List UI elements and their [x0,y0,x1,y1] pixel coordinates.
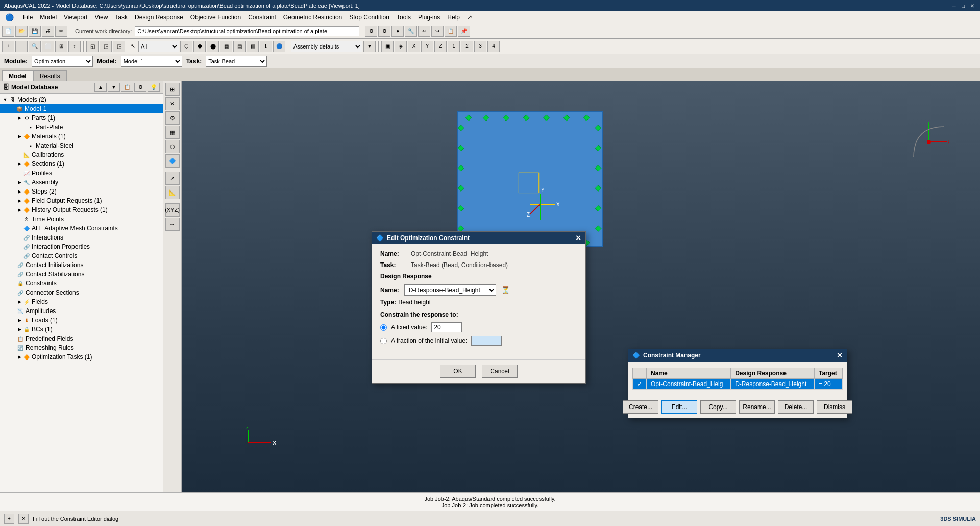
view-btn2[interactable]: ◳ [100,41,112,52]
new-button[interactable]: 📄 [2,26,14,37]
menu-model[interactable]: Model [37,13,60,22]
expand-assembly[interactable]: ▶ [16,179,22,185]
vp-btn-5[interactable]: ⬡ [165,140,180,153]
module-select[interactable]: Optimization [32,56,93,67]
menu-tools[interactable]: Tools [394,13,414,22]
tree-ale[interactable]: 🔷 ALE Adaptive Mesh Constraints [0,224,163,233]
cancel-button[interactable]: Cancel [482,365,518,378]
status-expand-btn[interactable]: + [4,514,14,524]
tree-info-btn[interactable]: 💡 [148,83,160,92]
expand-models[interactable]: ▼ [2,97,8,103]
tree-history-output[interactable]: ▶ 🔶 History Output Requests (1) [0,205,163,214]
status-cancel-btn[interactable]: ✕ [18,514,29,524]
menu-arrow[interactable]: ↗ [464,13,475,22]
view-btn3[interactable]: ◲ [113,41,125,52]
expand-model1[interactable] [9,106,15,112]
cwd-input[interactable] [135,26,359,36]
task-select[interactable]: Task-Bead [206,56,267,67]
tree-calibrations[interactable]: 📐 Calibrations [0,150,163,159]
filter-btn1[interactable]: ⬡ [180,41,192,52]
render-btn1[interactable]: ▣ [381,41,394,52]
settings-btn2[interactable]: ⚙ [378,26,390,37]
tree-fields[interactable]: ▶ ⚡ Fields [0,297,163,306]
tree-optimization-tasks[interactable]: ▶ 🔶 Optimization Tasks (1) [0,352,163,362]
tree-remeshing-rules[interactable]: 🔄 Remeshing Rules [0,343,163,352]
filter-btn7[interactable]: ℹ [260,41,272,52]
expand-ale[interactable] [16,225,22,231]
vp-btn-6[interactable]: 🔷 [165,154,180,168]
zoom-box-btn[interactable]: ⬜ [42,41,54,52]
render-btn2[interactable]: ◈ [395,41,407,52]
vp-btn-4[interactable]: ▦ [165,126,180,139]
print-button[interactable]: 🖨 [42,26,54,37]
tree-sections[interactable]: ▶ 🔶 Sections (1) [0,159,163,169]
cm-create-button[interactable]: Create... [623,400,658,414]
tree-contact-stab[interactable]: 🔗 Contact Stabilizations [0,270,163,279]
open-button[interactable]: 📂 [15,26,28,37]
tree-model1[interactable]: 📦 Model-1 [0,104,163,113]
expand-materials[interactable]: ▶ [16,133,22,139]
expand-calibrations[interactable] [16,152,22,158]
menu-constraint[interactable]: Constraint [245,13,279,22]
plus-btn[interactable]: + [2,41,14,52]
filter-btn2[interactable]: ⬢ [193,41,206,52]
tab-results[interactable]: Results [33,70,67,81]
tree-contact-controls[interactable]: 🔗 Contact Controls [0,251,163,260]
expand-interaction-props[interactable] [16,244,22,250]
cm-rename-button[interactable]: Rename... [739,400,775,414]
tree-part-plate[interactable]: ▪ Part-Plate [0,123,163,132]
expand-bcs[interactable]: ▶ [16,326,22,332]
render-btn5[interactable]: Z [434,41,447,52]
expand-fields[interactable]: ▶ [16,299,22,305]
save-button[interactable]: 💾 [29,26,41,37]
render-btn4[interactable]: Y [421,41,433,52]
expand-contact-controls[interactable] [16,253,22,259]
expand-steps[interactable]: ▶ [16,188,22,195]
tree-constraints[interactable]: 🔒 Constraints [0,279,163,288]
tree-models[interactable]: ▼ 🗄 Models (2) [0,95,163,104]
expand-interactions[interactable] [16,234,22,241]
filter-btn3[interactable]: ⬤ [207,41,219,52]
render-btn7[interactable]: 2 [461,41,473,52]
undo-btn[interactable]: ↩ [418,26,430,37]
expand-sections[interactable]: ▶ [16,161,22,167]
menu-geometric-restriction[interactable]: Geometric Restriction [280,13,345,22]
tree-materials[interactable]: ▶ 🔶 Materials (1) [0,132,163,141]
tree-contact-init[interactable]: 🔗 Contact Initializations [0,260,163,270]
tree-bcs[interactable]: ▶ 🔒 BCs (1) [0,325,163,334]
copy-btn-tb[interactable]: 📋 [445,26,457,37]
cm-row-1[interactable]: ✓ Opt-Constraint-Bead_Heig D-Response-Be… [633,379,843,390]
filter-btn6[interactable]: ▧ [247,41,259,52]
expand-time-points[interactable] [16,216,22,222]
tree-down-btn[interactable]: ▼ [108,83,120,92]
expand-field-output[interactable]: ▶ [16,198,22,204]
fixed-value-input[interactable] [431,322,462,332]
view-btn1[interactable]: ◱ [86,41,99,52]
render-btn3[interactable]: X [408,41,420,52]
assembly-btn[interactable]: ▼ [363,41,376,52]
dialog-close-button[interactable]: ✕ [575,234,581,242]
tree-connector-sections[interactable]: 🔗 Connector Sections [0,288,163,297]
maximize-button[interactable]: □ [960,2,967,9]
tree-material-steel[interactable]: ▪ Material-Steel [0,141,163,150]
menu-file[interactable]: File [20,13,36,22]
cm-dismiss-button[interactable]: Dismiss [817,400,852,414]
tree-copy-btn[interactable]: 📋 [121,83,133,92]
menu-viewport[interactable]: Viewport [61,13,90,22]
tree-field-output[interactable]: ▶ 🔶 Field Output Requests (1) [0,196,163,205]
render-btn9[interactable]: 4 [487,41,500,52]
vp-btn-10[interactable]: ↔ [165,218,180,231]
vp-btn-1[interactable]: ⊞ [165,83,180,96]
tree-profiles[interactable]: 📈 Profiles [0,169,163,178]
tree-time-points[interactable]: ⏱ Time Points [0,214,163,224]
render-btn6[interactable]: 1 [448,41,460,52]
dr-name-select[interactable]: D-Response-Bead_Height [404,284,496,296]
tree-up-btn[interactable]: ▲ [94,83,107,92]
tab-model[interactable]: Model [2,70,33,81]
sketch-button[interactable]: ✏ [55,26,67,37]
tree-amplitudes[interactable]: 📉 Amplitudes [0,306,163,316]
close-button[interactable]: ✕ [969,2,976,9]
menu-objective-function[interactable]: Objective Function [187,13,244,22]
tree-loads[interactable]: ▶ ⬇ Loads (1) [0,316,163,325]
expand-optimization-tasks[interactable]: ▶ [16,354,22,360]
